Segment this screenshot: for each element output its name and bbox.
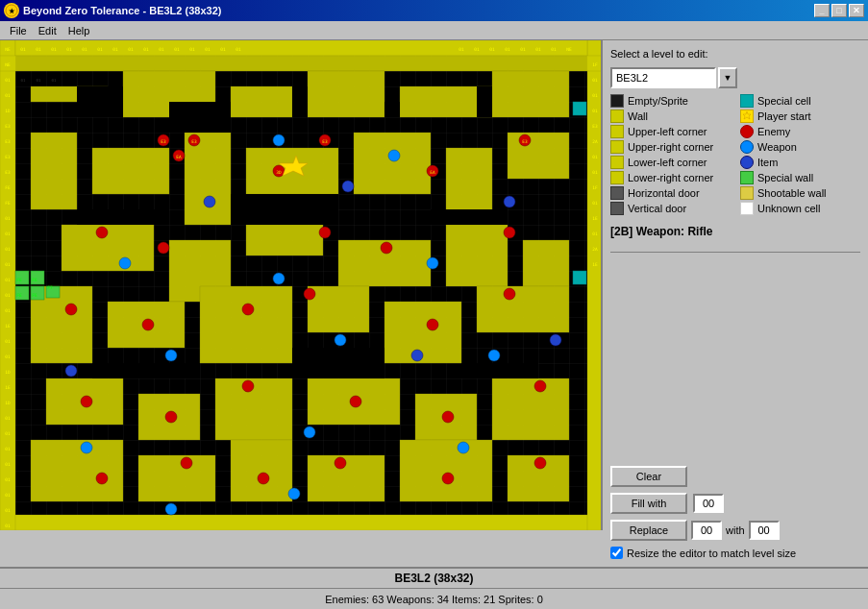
svg-rect-43 — [231, 440, 292, 501]
map-grid[interactable]: // This is a static SVG representation r… — [0, 40, 603, 530]
horiz-door-swatch — [610, 186, 624, 200]
svg-text:01: 01 — [52, 78, 57, 83]
legend-special-cell: Special cell — [740, 94, 860, 108]
svg-rect-53 — [231, 194, 338, 225]
replace-from-input[interactable] — [691, 521, 722, 540]
svg-text:01: 01 — [112, 47, 118, 52]
svg-point-103 — [504, 196, 515, 207]
svg-rect-55 — [92, 363, 200, 378]
special-wall-swatch — [740, 171, 754, 184]
svg-text:01: 01 — [37, 78, 41, 83]
svg-text:01: 01 — [5, 339, 11, 344]
svg-rect-5 — [0, 515, 603, 530]
menu-file[interactable]: File — [4, 23, 33, 38]
legend-weapon-label: Weapon — [757, 141, 797, 153]
svg-point-73 — [304, 288, 315, 300]
svg-point-91 — [273, 273, 285, 284]
svg-point-95 — [488, 350, 500, 361]
minimize-button[interactable]: _ — [814, 4, 830, 17]
map-svg: // This is a static SVG representation r… — [0, 40, 603, 530]
svg-point-94 — [335, 334, 346, 346]
legend-special-cell-label: Special cell — [757, 95, 811, 107]
fill-with-button[interactable]: Fill with — [610, 493, 687, 514]
svg-text:01: 01 — [505, 47, 510, 52]
svg-point-80 — [442, 411, 454, 423]
svg-text:01: 01 — [5, 477, 11, 482]
menu-help[interactable]: Help — [62, 23, 96, 38]
svg-point-100 — [288, 488, 300, 499]
map-label: BE3L2 (38x32) — [394, 572, 473, 585]
svg-text:01: 01 — [5, 93, 11, 98]
close-button[interactable]: ✕ — [849, 4, 864, 17]
svg-marker-207 — [743, 111, 751, 119]
svg-text:01: 01 — [36, 47, 41, 52]
legend-enemy-label: Enemy — [757, 126, 790, 137]
svg-point-72 — [242, 304, 254, 315]
legend-item-label: Item — [757, 157, 778, 168]
svg-text:01: 01 — [592, 78, 598, 83]
fill-with-row: Fill with — [610, 493, 860, 514]
svg-text:01: 01 — [5, 416, 11, 421]
svg-rect-109 — [573, 271, 586, 284]
svg-rect-25 — [246, 225, 323, 256]
svg-point-87 — [534, 457, 546, 469]
svg-point-65 — [96, 227, 108, 238]
svg-rect-22 — [508, 133, 569, 179]
svg-point-83 — [181, 457, 192, 469]
wall-swatch — [610, 110, 624, 123]
svg-point-92 — [427, 257, 438, 269]
svg-text:FE: FE — [32, 293, 37, 298]
empty-sprite-swatch — [610, 94, 624, 108]
special-cell-swatch — [740, 94, 754, 108]
svg-text:01: 01 — [5, 278, 11, 282]
fill-with-input[interactable] — [693, 494, 724, 513]
svg-text:01: 01 — [592, 231, 598, 236]
controls: Clear Fill with Replace with Resize the … — [610, 466, 860, 559]
svg-point-75 — [504, 288, 515, 300]
legend-shootable-wall: Shootable wall — [740, 186, 860, 200]
replace-to-input[interactable] — [749, 521, 780, 540]
svg-text:NE: NE — [5, 62, 11, 67]
legend-special-wall-label: Special wall — [757, 172, 813, 183]
svg-text:01: 01 — [20, 47, 26, 52]
svg-text:01: 01 — [5, 431, 11, 436]
svg-text:E3: E3 — [322, 139, 328, 144]
svg-rect-18 — [185, 133, 231, 225]
svg-text:EA: EA — [176, 155, 182, 159]
svg-text:01: 01 — [592, 170, 598, 175]
svg-point-76 — [81, 396, 92, 407]
svg-rect-12 — [231, 86, 292, 117]
title-bar-left: ★ Beyond Zero Tolerance - BE3L2 (38x32) — [4, 3, 221, 18]
svg-point-104 — [65, 365, 77, 377]
legend-empty-sprite: Empty/Sprite — [610, 94, 731, 108]
clear-button[interactable]: Clear — [610, 466, 687, 487]
legend-upper-right: Upper-right corner — [610, 140, 731, 154]
level-dropdown-arrow[interactable]: ▼ — [718, 67, 737, 88]
svg-text:NE: NE — [566, 47, 572, 52]
svg-point-81 — [534, 380, 546, 392]
menu-edit[interactable]: Edit — [33, 23, 62, 38]
svg-rect-108 — [573, 102, 586, 115]
level-dropdown-value[interactable]: BE3L2 — [610, 67, 716, 88]
svg-rect-52 — [77, 209, 169, 225]
svg-text:1D: 1D — [5, 109, 11, 113]
svg-rect-27 — [446, 225, 508, 286]
svg-text:01: 01 — [592, 201, 598, 206]
svg-text:★: ★ — [9, 8, 15, 14]
svg-point-96 — [81, 442, 92, 453]
svg-text:2A: 2A — [592, 247, 598, 252]
svg-text:01: 01 — [236, 47, 241, 52]
legend-upper-left: Upper-left corner — [610, 125, 731, 138]
svg-text:01: 01 — [5, 462, 11, 467]
svg-text:F7: F7 — [47, 285, 53, 290]
svg-rect-31 — [200, 286, 292, 363]
legend-upper-left-label: Upper-left corner — [628, 126, 707, 137]
replace-button[interactable]: Replace — [610, 520, 687, 541]
map-container[interactable]: // This is a static SVG representation r… — [0, 40, 603, 530]
resize-checkbox[interactable] — [610, 547, 623, 559]
svg-text:FE: FE — [16, 278, 22, 282]
maximize-button[interactable]: □ — [831, 4, 847, 17]
svg-text:01: 01 — [82, 47, 87, 52]
svg-text:01: 01 — [489, 47, 495, 52]
svg-text:01: 01 — [5, 447, 11, 451]
